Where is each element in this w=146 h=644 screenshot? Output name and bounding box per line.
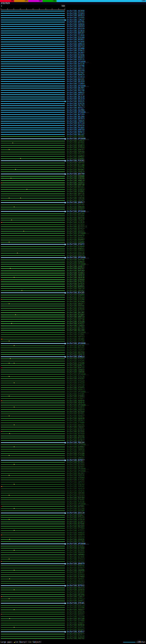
alignment-bar[interactable] (1, 528, 65, 529)
alignment-bar[interactable] (1, 24, 65, 25)
hit-label[interactable]: UniRef100_A9A6Y9 (67, 534, 84, 536)
hit-label[interactable]: UniRef100_UPI0000... (67, 470, 89, 472)
hit-row[interactable]: UniRef100_Q9LEE0 (0, 80, 146, 82)
hit-row[interactable]: UniRef100_C4PQ35 (0, 140, 146, 142)
alignment-bar[interactable] (1, 594, 65, 595)
hit-label[interactable]: UniRef100_A8JH98 (67, 10, 84, 12)
hit-label[interactable]: UniRef100_Q967N6 (67, 345, 84, 347)
alignment-bar[interactable] (1, 84, 65, 84)
hit-label[interactable]: UniRef100_A5B1D6 (67, 177, 84, 179)
alignment-bar[interactable] (1, 207, 65, 208)
alignment-bar[interactable] (1, 141, 65, 142)
alignment-bar[interactable] (1, 248, 65, 249)
hit-row[interactable]: UniRef100_P15007 (0, 314, 146, 316)
alignment-bar[interactable] (1, 618, 65, 619)
hit-label[interactable]: UniRef100_Q947N7 (67, 204, 84, 206)
hit-label[interactable]: UniRef100_Q84RL9 (67, 14, 84, 16)
alignment-bar[interactable] (1, 612, 65, 612)
hit-row[interactable]: UniRef100_A4ZGY4 (0, 408, 146, 410)
hit-row[interactable]: UniRef100_B0X0H7 (0, 629, 146, 631)
alignment-bar[interactable] (1, 64, 65, 64)
hit-label[interactable]: UniRef100_Q27527 (67, 228, 84, 230)
hit-row[interactable]: UniRef100_B3TEC7 (0, 567, 146, 569)
hit-row[interactable]: UniRef100_A7SLE8 (0, 320, 146, 322)
hit-label[interactable]: UniRef100_P08104 (67, 442, 84, 444)
hit-row[interactable]: UniRef100_B9RPN6 (0, 166, 146, 168)
alignment-bar[interactable] (1, 350, 65, 350)
hit-row[interactable]: UniRef100_Q1KN62 (0, 446, 146, 448)
alignment-bar[interactable] (1, 57, 65, 58)
hit-row[interactable]: UniRef100_A4UD77 (0, 266, 146, 268)
hit-label[interactable]: UniRef100_B1I3N0 (67, 164, 84, 166)
alignment-bar[interactable] (1, 638, 65, 639)
hit-label[interactable]: UniRef100_Q9M434 (67, 43, 84, 45)
hit-row[interactable]: UniRef100_Q6P8E1 (0, 237, 146, 239)
hit-row[interactable]: UniRef100_UPI0000... (0, 468, 146, 470)
alignment-bar[interactable] (1, 616, 65, 617)
alignment-bar[interactable] (1, 156, 65, 157)
hit-label[interactable]: UniRef100_A81MB0 (67, 109, 84, 111)
hit-row[interactable]: UniRef100_A7SL64 (0, 296, 146, 298)
hit-label[interactable]: UniRef100_B9EMH7 (67, 239, 84, 241)
hit-label[interactable]: UniRef100_Q21160 (67, 508, 84, 510)
alignment-bar[interactable] (1, 209, 65, 210)
hit-row[interactable]: UniRef100_A79XW9 (0, 422, 146, 424)
hit-label[interactable]: UniRef100_A4RQS6 (67, 23, 84, 25)
hit-label[interactable]: UniRef100_B0WXA6 (67, 565, 84, 567)
hit-label[interactable]: UniRef100_A4MLW1 (67, 486, 84, 488)
alignment-bar[interactable] (1, 286, 65, 287)
alignment-bar[interactable] (1, 517, 65, 518)
hit-row[interactable]: UniRef100_UPI0000... (0, 138, 146, 140)
hit-row[interactable]: UniRef100_B8AK24 (0, 74, 146, 76)
hit-label[interactable]: UniRef100_A0PFE3 (67, 336, 84, 338)
alignment-bar[interactable] (2, 486, 65, 487)
hit-row[interactable]: UniRef100_P17183 (0, 540, 146, 542)
hit-row[interactable]: UniRef100_Q27527 (0, 228, 146, 230)
hit-label[interactable]: UniRef100_A0NXG5 (67, 92, 84, 94)
alignment-bar[interactable] (1, 554, 65, 555)
hit-label[interactable]: UniRef100_B4Y108 (67, 618, 84, 620)
alignment-bar[interactable] (1, 62, 65, 62)
alignment-bar[interactable] (1, 636, 65, 637)
hit-label[interactable]: UniRef100_Q1Q654 (67, 188, 84, 190)
hit-label[interactable]: UniRef100_P25696 (67, 54, 84, 56)
hit-label[interactable]: UniRef100_A96BJ9 (67, 171, 84, 173)
alignment-bar[interactable] (1, 105, 65, 106)
hit-label[interactable]: UniRef100_A7X157 (67, 322, 84, 325)
alignment-bar[interactable] (1, 125, 65, 126)
hit-row[interactable]: UniRef100_Q8MU59 (0, 481, 146, 483)
alignment-bar[interactable] (1, 557, 65, 558)
hit-label[interactable]: UniRef100_Q4V8C1 (67, 600, 84, 602)
hit-label[interactable]: UniRef100_Q76225 (67, 281, 84, 283)
alignment-bar[interactable] (1, 524, 65, 524)
alignment-bar[interactable] (1, 128, 65, 128)
hit-label[interactable]: UniRef100_UPI0000... (67, 263, 89, 265)
hit-label[interactable]: UniRef100_C5J0G6 (67, 34, 84, 36)
hit-row[interactable]: UniRef100_P19140 (0, 501, 146, 503)
hit-row[interactable]: UniRef100_Q947H4 (0, 213, 146, 215)
alignment-bar[interactable] (1, 508, 65, 509)
hit-row[interactable]: UniRef100_A7UJQ7 (0, 378, 146, 380)
alignment-bar[interactable] (1, 317, 65, 317)
hit-label[interactable]: UniRef100_Q966V9 (67, 552, 84, 554)
alignment-bar[interactable] (1, 323, 65, 324)
hit-label[interactable]: UniRef100_C6H678 (67, 354, 84, 356)
alignment-bar[interactable] (1, 136, 65, 137)
hit-label[interactable]: UniRef100_A79UF7 (67, 398, 84, 400)
hit-label[interactable]: UniRef100_A7X1I9 (67, 382, 84, 384)
hit-label[interactable]: UniRef100_Q8VYG4 (67, 45, 84, 47)
hit-row[interactable]: UniRef100_B3L3H4 (0, 329, 146, 331)
hit-row[interactable]: UniRef100_A9A4Y4 (0, 536, 146, 538)
hit-label[interactable]: UniRef100_Q6Q4Z3 (67, 56, 84, 58)
hit-row[interactable]: UniRef100_A7X1E8 (0, 450, 146, 452)
hit-row[interactable]: UniRef100_B4QT67 (0, 268, 146, 270)
alignment-bar[interactable] (1, 491, 65, 492)
hit-row[interactable]: UniRef100_A9RZE9 (0, 25, 146, 28)
alignment-bar[interactable] (1, 301, 65, 302)
hit-label[interactable]: UniRef100_A0A03B (67, 276, 84, 278)
alignment-bar[interactable] (1, 478, 65, 478)
alignment-bar[interactable] (1, 407, 65, 408)
hit-row[interactable]: UniRef100_A75GJ4 (0, 518, 146, 521)
hit-row[interactable]: UniRef100_Q35EB6 (0, 215, 146, 217)
alignment-bar[interactable] (1, 326, 65, 326)
